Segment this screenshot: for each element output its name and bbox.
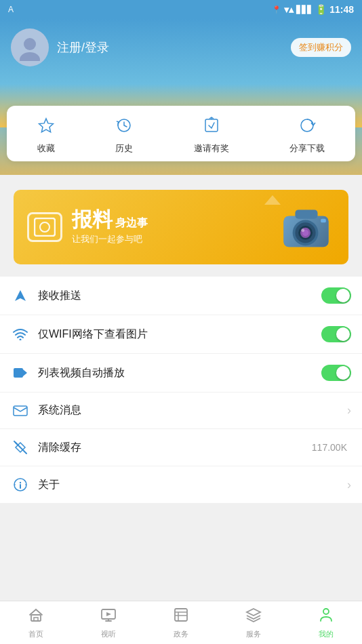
share-icon <box>298 117 316 138</box>
banner-text: 报料 身边事 让我们一起参与吧 <box>72 209 148 245</box>
setting-video[interactable]: 列表视频自动播放 <box>0 354 362 393</box>
time-display: 11:48 <box>329 4 354 15</box>
svg-rect-4 <box>205 119 218 132</box>
status-bar-left: A <box>8 5 14 14</box>
service-label: 服务 <box>246 629 261 639</box>
status-bar: A 📍 ▾▴ ▋▋▋ 🔋 11:48 <box>0 0 362 19</box>
svg-rect-21 <box>14 368 23 378</box>
about-label: 关于 <box>38 478 347 492</box>
history-icon <box>115 117 133 138</box>
nav-service[interactable]: 服务 <box>217 601 289 644</box>
location-icon: 📍 <box>272 5 281 14</box>
svg-marker-37 <box>106 612 111 616</box>
sign-in-button[interactable]: 签到赚积分 <box>291 38 351 57</box>
avatar[interactable] <box>11 28 49 66</box>
mine-label: 我的 <box>319 629 334 639</box>
bottom-nav: 首页 视听 政务 <box>0 601 362 644</box>
tv-icon <box>100 607 117 627</box>
invite-label: 邀请有奖 <box>194 142 229 155</box>
status-bar-right: 📍 ▾▴ ▋▋▋ 🔋 11:48 <box>272 4 354 15</box>
history-label: 历史 <box>115 142 133 155</box>
home-label: 首页 <box>28 629 43 639</box>
svg-rect-7 <box>35 218 55 236</box>
about-icon <box>11 477 30 492</box>
svg-marker-19 <box>15 290 26 301</box>
setting-cache[interactable]: 清除缓存 117.00K <box>0 429 362 466</box>
person-icon <box>318 607 334 627</box>
signal-icon: ▋▋▋ <box>296 5 313 14</box>
banner-subtitle: 让我们一起参与吧 <box>72 233 148 245</box>
nav-gov[interactable]: 政务 <box>145 601 218 644</box>
system-icon <box>11 405 30 417</box>
quick-action-invite[interactable]: 邀请有奖 <box>194 117 229 155</box>
banner-frame-icon <box>27 212 62 242</box>
login-text[interactable]: 注册/登录 <box>57 39 109 56</box>
collect-label: 收藏 <box>37 142 55 155</box>
setting-system[interactable]: 系统消息 › <box>0 393 362 429</box>
svg-rect-33 <box>34 618 38 621</box>
svg-point-0 <box>24 38 36 50</box>
home-icon <box>28 607 44 627</box>
svg-point-17 <box>301 228 304 232</box>
profile-left: 注册/登录 <box>11 28 109 66</box>
video-nav-label: 视听 <box>101 629 116 639</box>
quick-action-share[interactable]: 分享下载 <box>289 117 325 155</box>
banner-title-small: 身边事 <box>115 216 148 230</box>
wifi-label: 仅WIFI网络下查看图片 <box>38 327 321 342</box>
setting-about[interactable]: 关于 › <box>0 466 362 504</box>
cache-value: 117.00K <box>312 442 347 453</box>
book-icon <box>173 607 189 627</box>
video-icon <box>11 367 30 379</box>
push-toggle[interactable] <box>321 287 351 304</box>
svg-rect-18 <box>321 218 326 222</box>
svg-point-20 <box>20 339 22 341</box>
system-arrow-icon: › <box>347 403 351 418</box>
collect-icon <box>37 117 55 138</box>
setting-wifi[interactable]: 仅WIFI网络下查看图片 <box>0 315 362 354</box>
settings-list: 接收推送 仅WIFI网络下查看图片 列表视频自动播放 <box>0 277 362 504</box>
svg-marker-2 <box>39 119 53 132</box>
banner[interactable]: 报料 身边事 让我们一起参与吧 <box>14 190 348 264</box>
banner-title-big: 报料 <box>72 209 113 230</box>
wifi-icon <box>11 328 30 340</box>
svg-marker-42 <box>247 609 260 616</box>
invite-icon <box>203 117 220 138</box>
banner-decor-triangle <box>264 195 281 205</box>
quick-actions-panel: 收藏 历史 <box>7 106 355 161</box>
video-toggle[interactable] <box>321 365 351 381</box>
about-arrow-icon: › <box>347 478 351 492</box>
nav-video[interactable]: 视听 <box>73 601 145 644</box>
cache-icon <box>11 440 30 455</box>
push-icon <box>11 289 30 302</box>
svg-rect-38 <box>175 609 187 621</box>
svg-point-1 <box>20 52 40 61</box>
video-label: 列表视频自动播放 <box>38 366 321 380</box>
app-icon: A <box>8 5 14 14</box>
banner-camera-illustration <box>277 201 335 254</box>
quick-action-history[interactable]: 历史 <box>115 117 133 155</box>
svg-line-26 <box>16 443 18 445</box>
svg-marker-22 <box>23 369 27 376</box>
cache-label: 清除缓存 <box>38 441 312 455</box>
push-label: 接收推送 <box>38 289 321 303</box>
setting-push[interactable]: 接收推送 <box>0 277 362 315</box>
svg-rect-23 <box>14 406 27 416</box>
quick-action-collect[interactable]: 收藏 <box>37 117 55 155</box>
system-label: 系统消息 <box>38 403 347 418</box>
content-spacer <box>0 504 362 571</box>
wifi-toggle[interactable] <box>321 326 351 342</box>
layers-icon <box>245 607 262 627</box>
svg-point-28 <box>20 482 21 483</box>
svg-point-43 <box>323 609 329 614</box>
battery-icon: 🔋 <box>315 4 327 15</box>
nav-home[interactable]: 首页 <box>0 601 73 644</box>
wifi-status-icon: ▾▴ <box>284 4 294 15</box>
svg-point-8 <box>40 222 49 232</box>
nav-mine[interactable]: 我的 <box>289 601 362 644</box>
gov-label: 政务 <box>174 629 188 639</box>
share-label: 分享下载 <box>289 142 325 155</box>
profile-row: 注册/登录 签到赚积分 <box>11 28 351 66</box>
banner-left: 报料 身边事 让我们一起参与吧 <box>27 209 148 245</box>
svg-rect-11 <box>295 209 317 218</box>
